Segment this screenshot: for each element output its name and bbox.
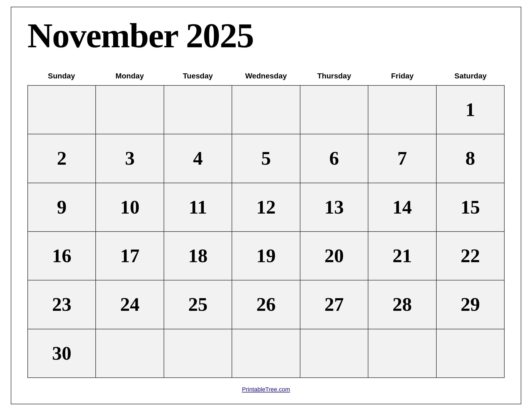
day-number: 24 bbox=[120, 293, 139, 316]
day-headers: SundayMondayTuesdayWednesdayThursdayFrid… bbox=[27, 69, 505, 83]
calendar-day-8[interactable]: 8 bbox=[437, 134, 505, 183]
calendar-day-17[interactable]: 17 bbox=[96, 232, 164, 280]
day-header-sunday: Sunday bbox=[27, 69, 96, 83]
day-number: 3 bbox=[125, 147, 135, 170]
day-number: 17 bbox=[120, 245, 139, 267]
calendar-day-12[interactable]: 12 bbox=[232, 183, 300, 232]
calendar-day-11[interactable]: 11 bbox=[164, 183, 232, 232]
day-number: 10 bbox=[120, 196, 139, 218]
calendar-day-4[interactable]: 4 bbox=[164, 134, 232, 183]
day-number: 30 bbox=[52, 342, 71, 365]
calendar-day-3[interactable]: 3 bbox=[96, 134, 164, 183]
day-number: 28 bbox=[393, 293, 412, 316]
calendar-footer: PrintableTree.com bbox=[27, 383, 505, 396]
calendar-empty-cell bbox=[28, 86, 96, 134]
day-number: 25 bbox=[188, 293, 208, 316]
day-number: 18 bbox=[188, 245, 208, 267]
calendar-empty-cell bbox=[96, 86, 164, 134]
day-number: 29 bbox=[461, 293, 480, 316]
calendar-day-28[interactable]: 28 bbox=[368, 280, 436, 329]
calendar-empty-cell bbox=[300, 86, 368, 134]
calendar-day-20[interactable]: 20 bbox=[300, 232, 368, 280]
day-number: 14 bbox=[393, 196, 412, 218]
day-number: 13 bbox=[324, 196, 344, 218]
calendar-empty-cell bbox=[368, 86, 436, 134]
calendar-day-9[interactable]: 9 bbox=[28, 183, 96, 232]
calendar-day-18[interactable]: 18 bbox=[164, 232, 232, 280]
calendar-day-22[interactable]: 22 bbox=[437, 232, 505, 280]
day-number: 7 bbox=[397, 147, 407, 170]
calendar-day-21[interactable]: 21 bbox=[368, 232, 436, 280]
day-number: 4 bbox=[193, 147, 203, 170]
day-number: 16 bbox=[52, 245, 71, 267]
calendar-day-10[interactable]: 10 bbox=[96, 183, 164, 232]
calendar-grid: 1234567891011121314151617181920212223242… bbox=[27, 85, 505, 378]
day-header-tuesday: Tuesday bbox=[164, 69, 232, 83]
calendar-day-16[interactable]: 16 bbox=[28, 232, 96, 280]
calendar-day-6[interactable]: 6 bbox=[300, 134, 368, 183]
day-number: 2 bbox=[57, 147, 67, 170]
day-number: 27 bbox=[324, 293, 344, 316]
calendar-empty-cell bbox=[232, 329, 300, 378]
calendar-day-29[interactable]: 29 bbox=[437, 280, 505, 329]
calendar-day-7[interactable]: 7 bbox=[368, 134, 436, 183]
day-number: 15 bbox=[461, 196, 480, 218]
day-header-wednesday: Wednesday bbox=[232, 69, 300, 83]
calendar-day-19[interactable]: 19 bbox=[232, 232, 300, 280]
calendar-empty-cell bbox=[232, 86, 300, 134]
calendar-day-30[interactable]: 30 bbox=[28, 329, 96, 378]
day-number: 23 bbox=[52, 293, 71, 316]
day-header-thursday: Thursday bbox=[300, 69, 368, 83]
day-number: 20 bbox=[324, 245, 344, 267]
day-header-monday: Monday bbox=[96, 69, 164, 83]
day-number: 22 bbox=[461, 245, 480, 267]
calendar-title: November 2025 bbox=[27, 18, 505, 53]
calendar-day-27[interactable]: 27 bbox=[300, 280, 368, 329]
day-number: 1 bbox=[465, 99, 475, 121]
day-number: 21 bbox=[393, 245, 412, 267]
day-number: 11 bbox=[189, 196, 207, 218]
calendar-empty-cell bbox=[164, 86, 232, 134]
calendar-day-1[interactable]: 1 bbox=[437, 86, 505, 134]
calendar-day-25[interactable]: 25 bbox=[164, 280, 232, 329]
calendar-empty-cell bbox=[437, 329, 505, 378]
calendar-day-26[interactable]: 26 bbox=[232, 280, 300, 329]
day-header-saturday: Saturday bbox=[436, 69, 505, 83]
calendar-empty-cell bbox=[164, 329, 232, 378]
calendar-day-23[interactable]: 23 bbox=[28, 280, 96, 329]
calendar-empty-cell bbox=[368, 329, 436, 378]
day-number: 19 bbox=[256, 245, 276, 267]
calendar-day-14[interactable]: 14 bbox=[368, 183, 436, 232]
calendar-day-24[interactable]: 24 bbox=[96, 280, 164, 329]
calendar-day-13[interactable]: 13 bbox=[300, 183, 368, 232]
day-number: 5 bbox=[261, 147, 271, 170]
day-number: 9 bbox=[57, 196, 67, 218]
day-number: 26 bbox=[256, 293, 276, 316]
calendar-day-15[interactable]: 15 bbox=[437, 183, 505, 232]
calendar-day-5[interactable]: 5 bbox=[232, 134, 300, 183]
day-header-friday: Friday bbox=[368, 69, 437, 83]
calendar-day-2[interactable]: 2 bbox=[28, 134, 96, 183]
day-number: 12 bbox=[256, 196, 276, 218]
calendar-page: November 2025 SundayMondayTuesdayWednesd… bbox=[11, 7, 521, 404]
day-number: 6 bbox=[329, 147, 339, 170]
calendar-empty-cell bbox=[300, 329, 368, 378]
day-number: 8 bbox=[465, 147, 475, 170]
calendar-container: SundayMondayTuesdayWednesdayThursdayFrid… bbox=[27, 69, 505, 378]
footer-link[interactable]: PrintableTree.com bbox=[242, 386, 290, 393]
calendar-empty-cell bbox=[96, 329, 164, 378]
